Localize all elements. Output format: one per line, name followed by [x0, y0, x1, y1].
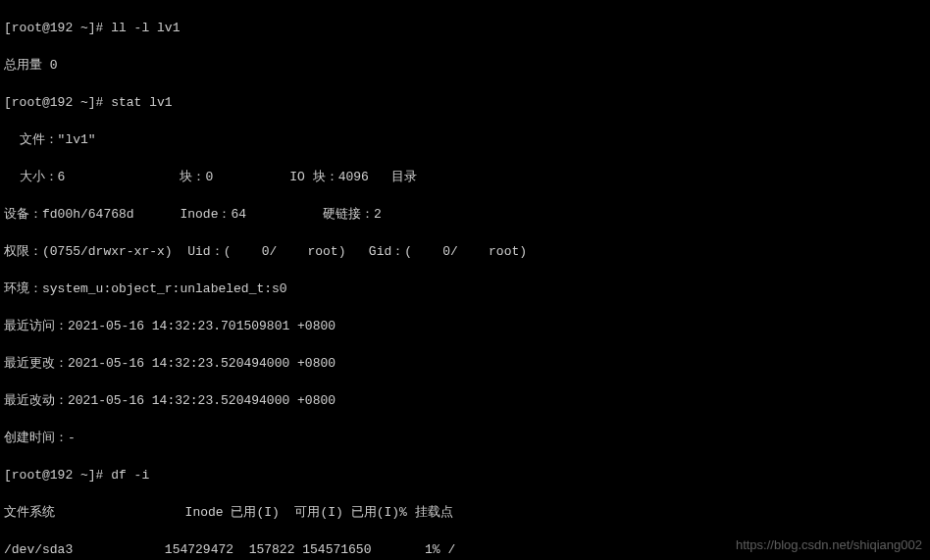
- stat-ctime: 最近改动：2021-05-16 14:32:23.520494000 +0800: [4, 391, 926, 410]
- stat-file: 文件："lv1": [4, 130, 926, 149]
- terminal-output[interactable]: [root@192 ~]# ll -l lv1 总用量 0 [root@192 …: [0, 0, 930, 560]
- stat-size: 大小：6 块：0 IO 块：4096 目录: [4, 168, 926, 186]
- df-header: 文件系统 Inode 已用(I) 可用(I) 已用(I)% 挂载点: [4, 503, 926, 522]
- ll-total: 总用量 0: [4, 56, 926, 75]
- prompt-line: [root@192 ~]# ll -l lv1: [4, 19, 926, 37]
- prompt-line: [root@192 ~]# stat lv1: [4, 93, 926, 112]
- stat-context: 环境：system_u:object_r:unlabeled_t:s0: [4, 280, 926, 298]
- stat-mtime: 最近更改：2021-05-16 14:32:23.520494000 +0800: [4, 354, 926, 373]
- df-row: /dev/sda3 154729472 157822 154571650 1% …: [4, 540, 926, 559]
- stat-atime: 最近访问：2021-05-16 14:32:23.701509801 +0800: [4, 317, 926, 335]
- prompt-line: [root@192 ~]# df -i: [4, 466, 926, 484]
- stat-dev: 设备：fd00h/64768d Inode：64 硬链接：2: [4, 205, 926, 224]
- stat-perm: 权限：(0755/drwxr-xr-x) Uid：( 0/ root) Gid：…: [4, 242, 926, 261]
- stat-btime: 创建时间：-: [4, 429, 926, 447]
